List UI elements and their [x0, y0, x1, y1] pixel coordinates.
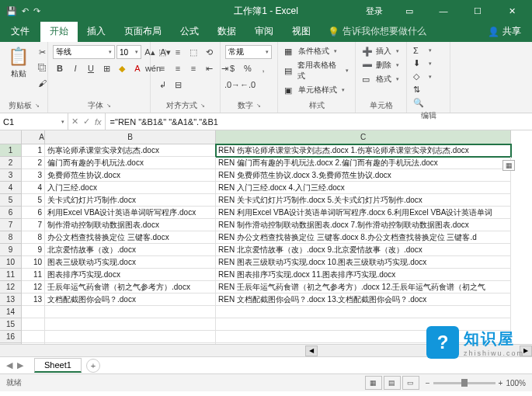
row-header[interactable]: 12: [0, 281, 22, 294]
row-header[interactable]: 6: [0, 207, 22, 219]
cell[interactable]: [22, 331, 45, 343]
horizontal-scrollbar[interactable]: ◀ ▶: [0, 344, 532, 356]
cell[interactable]: 9: [22, 244, 45, 256]
row-header[interactable]: 4: [0, 182, 22, 194]
cell[interactable]: 办公文档查找替换定位 三键客.docx: [45, 231, 216, 244]
row-header[interactable]: 10: [0, 256, 22, 269]
formula-input[interactable]: ="REN "&B1&" "&A1&"."&B1: [106, 113, 532, 130]
cell[interactable]: [45, 331, 216, 343]
format-painter-icon[interactable]: 🖌: [35, 76, 49, 90]
font-size-select[interactable]: 10▾: [116, 45, 141, 59]
scroll-left-icon[interactable]: ◀: [305, 346, 318, 356]
scroll-track[interactable]: [318, 346, 520, 356]
fill-color-button[interactable]: ◆: [115, 61, 129, 75]
cell[interactable]: REN 图表排序巧实现.docx 11.图表排序巧实现.docx: [216, 269, 511, 281]
comma-icon[interactable]: ,: [256, 61, 270, 75]
format-cells-button[interactable]: ▭格式▾: [360, 73, 401, 85]
row-header[interactable]: 13: [0, 294, 22, 306]
align-middle-icon[interactable]: ≡: [171, 45, 185, 59]
cell[interactable]: 制作滑动控制联动数据图表.docx: [45, 219, 216, 231]
view-break-icon[interactable]: ▭: [402, 376, 419, 390]
number-format-select[interactable]: 常规▾: [225, 45, 272, 59]
cell[interactable]: 3: [22, 169, 45, 182]
cell[interactable]: 6: [22, 207, 45, 219]
zoom-out-icon[interactable]: −: [426, 379, 430, 387]
cell[interactable]: [22, 318, 45, 331]
italic-button[interactable]: I: [68, 61, 82, 75]
undo-icon[interactable]: ↶: [22, 6, 29, 16]
percent-icon[interactable]: %: [241, 61, 255, 75]
col-header-b[interactable]: B: [45, 130, 216, 144]
cell[interactable]: 伤寒论师承课堂实录刘志杰.docx: [45, 144, 216, 157]
cell[interactable]: [45, 306, 216, 318]
cell[interactable]: 文档配截图你会吗？.docx: [45, 294, 216, 306]
tab-insert[interactable]: 插入: [78, 21, 115, 42]
cell[interactable]: REN 图表三级联动巧实现.docx 10.图表三级联动巧实现.docx: [216, 256, 511, 269]
cell[interactable]: REN 北京爱情故事（改）.docx 9.北京爱情故事（改）.docx: [216, 244, 511, 256]
autosum-button[interactable]: Σ▾: [412, 45, 433, 56]
row-header[interactable]: 8: [0, 231, 22, 244]
currency-icon[interactable]: $: [225, 61, 239, 75]
increase-decimal-icon[interactable]: .0→: [225, 78, 239, 92]
select-all-corner[interactable]: [0, 130, 22, 144]
cancel-formula-icon[interactable]: ✕: [71, 116, 78, 127]
cell[interactable]: 12: [22, 281, 45, 294]
tab-view[interactable]: 视图: [283, 21, 320, 42]
align-left-icon[interactable]: ≡: [155, 61, 169, 75]
minimize-icon[interactable]: —: [429, 0, 457, 22]
maximize-icon[interactable]: ☐: [464, 0, 492, 22]
accept-formula-icon[interactable]: ✓: [83, 116, 90, 127]
cell[interactable]: 图表排序巧实现.docx: [45, 269, 216, 281]
indent-icon[interactable]: ⇤: [202, 61, 216, 75]
find-button[interactable]: 🔍: [412, 97, 433, 109]
align-right-icon[interactable]: ≡: [186, 61, 200, 75]
row-header[interactable]: 3: [0, 169, 22, 182]
cell-styles-button[interactable]: ▣单元格样式▾: [283, 84, 350, 96]
row-header[interactable]: 14: [0, 306, 22, 318]
cell[interactable]: REN 制作滑动控制联动数据图表.docx 7.制作滑动控制联动数据图表.doc…: [216, 219, 511, 231]
font-color-button[interactable]: A: [130, 61, 144, 75]
cell[interactable]: REN 壬辰年运气药食谱（初之气参考方）.docx 12.壬辰年运气药食谱（初之…: [216, 281, 511, 294]
sheet-nav-prev-icon[interactable]: ◀: [6, 360, 12, 370]
tab-layout[interactable]: 页面布局: [115, 21, 171, 42]
cell[interactable]: [216, 318, 511, 331]
add-sheet-button[interactable]: +: [86, 359, 100, 373]
cell[interactable]: REN 文档配截图你会吗？.docx 13.文档配截图你会吗？.docx: [216, 294, 511, 306]
col-header-a[interactable]: A: [22, 130, 45, 144]
login-button[interactable]: 登录: [360, 4, 389, 19]
cell[interactable]: 13: [22, 294, 45, 306]
save-icon[interactable]: 💾: [6, 6, 17, 16]
bold-button[interactable]: B: [53, 61, 67, 75]
cell[interactable]: 1: [22, 144, 45, 157]
redo-icon[interactable]: ↷: [33, 6, 40, 16]
underline-button[interactable]: U: [84, 61, 98, 75]
font-name-select[interactable]: 等线▾: [53, 45, 115, 59]
cell[interactable]: REN 入门三经.docx 4.入门三经.docx: [216, 182, 511, 194]
clear-button[interactable]: ◇▾: [412, 71, 433, 82]
close-icon[interactable]: ✕: [498, 0, 526, 22]
scroll-right-icon[interactable]: ▶: [520, 346, 532, 356]
row-header[interactable]: 1: [0, 144, 22, 157]
copy-icon[interactable]: ⿻: [35, 61, 49, 75]
row-header[interactable]: 7: [0, 219, 22, 231]
fill-button[interactable]: ⬇▾: [412, 57, 433, 69]
conditional-format-button[interactable]: ▦条件格式▾: [283, 45, 350, 57]
cell[interactable]: 壬辰年运气药食谱（初之气参考方）.docx: [45, 281, 216, 294]
sheet-tab-1[interactable]: Sheet1: [34, 358, 82, 373]
cell[interactable]: [22, 306, 45, 318]
share-button[interactable]: 👤共享: [477, 21, 532, 42]
delete-cells-button[interactable]: ➖删除▾: [360, 59, 401, 71]
ribbon-options-icon[interactable]: ▭: [395, 0, 423, 22]
row-header[interactable]: 9: [0, 244, 22, 256]
paste-button[interactable]: 📋 粘贴: [5, 45, 32, 81]
cut-icon[interactable]: ✂: [35, 45, 49, 59]
tell-me-search[interactable]: 💡告诉我你想要做什么: [320, 21, 434, 42]
align-top-icon[interactable]: ⬚: [155, 45, 169, 59]
sort-filter-button[interactable]: ⇅: [412, 84, 433, 96]
tab-review[interactable]: 审阅: [245, 21, 283, 42]
cell[interactable]: REN 免费师范生协议.docx 3.免费师范生协议.docx: [216, 169, 511, 182]
cell[interactable]: 11: [22, 269, 45, 281]
col-header-c[interactable]: C: [216, 130, 511, 144]
cell[interactable]: 4: [22, 182, 45, 194]
zoom-in-icon[interactable]: +: [499, 379, 503, 387]
